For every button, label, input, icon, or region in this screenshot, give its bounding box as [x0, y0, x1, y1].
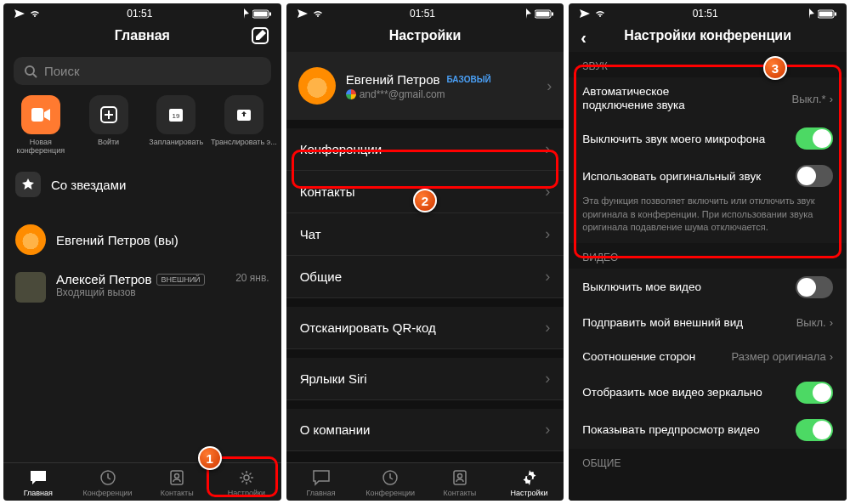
- menu-about[interactable]: О компании ›: [286, 400, 564, 451]
- settings-header: Настройки: [286, 21, 564, 52]
- search-input[interactable]: Поиск: [14, 57, 271, 85]
- toggle-video-off[interactable]: [796, 276, 833, 298]
- join-button[interactable]: Войти: [75, 95, 143, 155]
- tab-settings[interactable]: Настройки: [495, 468, 564, 497]
- avatar: [298, 67, 336, 105]
- share-icon: [235, 106, 252, 123]
- toggle-mirror[interactable]: [796, 382, 833, 404]
- tab-home[interactable]: Главная: [286, 468, 356, 497]
- back-button[interactable]: ‹: [581, 28, 586, 48]
- compose-button[interactable]: [251, 26, 269, 48]
- status-bar: 01:51: [569, 3, 847, 21]
- profile-row[interactable]: Евгений Петров БАЗОВЫЙ and***@gmail.com …: [286, 52, 564, 120]
- highlight-sound-section: [574, 65, 842, 258]
- chevron-right-icon: ›: [830, 350, 833, 363]
- plan-badge: БАЗОВЫЙ: [447, 75, 491, 84]
- share-screen-button[interactable]: Транслировать э...: [210, 95, 278, 155]
- starred-row[interactable]: Со звездами: [3, 163, 281, 206]
- menu-siri[interactable]: Ярлыки Siri ›: [286, 349, 564, 400]
- contact-row[interactable]: Алексей Петров ВНЕШНИЙ Входящий вызов 20…: [3, 263, 281, 311]
- chevron-right-icon: ›: [545, 319, 550, 337]
- meeting-settings-header: ‹ Настройки конференции: [569, 21, 847, 52]
- external-badge: ВНЕШНИЙ: [156, 274, 204, 286]
- me-row[interactable]: Евгений Петров (вы): [3, 216, 281, 263]
- setting-preview[interactable]: Показывать предпросмотр видео: [569, 411, 847, 449]
- tab-meetings[interactable]: Конференции: [73, 468, 143, 497]
- svg-point-21: [527, 475, 532, 480]
- wifi-icon: [29, 8, 41, 19]
- video-icon: [31, 108, 50, 122]
- highlight-meetings-menu: [292, 150, 559, 189]
- clock-icon: [99, 469, 116, 486]
- chevron-right-icon: ›: [545, 370, 550, 388]
- menu-general[interactable]: Общие ›: [286, 256, 564, 298]
- chevron-right-icon: ›: [830, 316, 833, 329]
- chevron-right-icon: ›: [545, 225, 550, 243]
- screen-home: 01:51 Главная Поиск Новая конференция Во…: [3, 3, 281, 501]
- toggle-preview[interactable]: [796, 419, 833, 441]
- menu-qr[interactable]: Отсканировать QR-код ›: [286, 298, 564, 349]
- menu-chat[interactable]: Чат ›: [286, 213, 564, 256]
- search-placeholder: Поиск: [44, 64, 80, 78]
- contacts-icon: [168, 469, 185, 486]
- calendar-icon: 19: [167, 106, 184, 123]
- page-title: Настройки: [389, 28, 461, 42]
- location-icon: [239, 8, 249, 19]
- svg-rect-15: [536, 11, 550, 16]
- google-icon: [346, 89, 356, 99]
- home-header: Главная: [3, 21, 281, 52]
- page-title: Настройки конференции: [624, 28, 791, 42]
- section-general: ОБЩИЕ: [569, 449, 847, 474]
- chevron-right-icon: ›: [547, 77, 552, 95]
- airplane-icon: [14, 8, 26, 19]
- marker-3: 3: [763, 56, 787, 80]
- marker-2: 2: [413, 189, 437, 212]
- avatar: [15, 272, 46, 303]
- tab-bar: Главная Конференции Контакты Настройки: [286, 462, 564, 501]
- schedule-button[interactable]: 19 Запланировать: [142, 95, 210, 155]
- svg-rect-24: [835, 12, 836, 15]
- page-title: Главная: [115, 28, 170, 42]
- battery-icon: [252, 9, 271, 19]
- svg-rect-5: [31, 108, 43, 122]
- setting-mirror[interactable]: Отобразить мое видео зеркально: [569, 374, 847, 411]
- setting-video-off[interactable]: Выключить мое видео: [569, 269, 847, 306]
- quick-actions: Новая конференция Войти 19 Запланировать…: [3, 93, 281, 163]
- setting-aspect[interactable]: Соотношение сторон Размер оригинала›: [569, 340, 847, 374]
- plus-icon: [100, 106, 117, 123]
- setting-touch-up[interactable]: Подправить мой внешний вид Выкл.›: [569, 306, 847, 340]
- chevron-right-icon: ›: [545, 268, 550, 286]
- new-meeting-button[interactable]: Новая конференция: [7, 95, 75, 155]
- tab-meetings[interactable]: Конференции: [355, 468, 425, 497]
- chevron-right-icon: ›: [545, 421, 550, 439]
- chat-icon: [29, 469, 48, 486]
- search-icon: [24, 65, 37, 78]
- svg-point-12: [175, 474, 179, 479]
- svg-rect-1: [253, 11, 267, 16]
- tab-contacts[interactable]: Контакты: [142, 468, 212, 497]
- tab-home[interactable]: Главная: [3, 468, 73, 497]
- svg-rect-2: [269, 12, 271, 15]
- svg-point-19: [457, 474, 462, 479]
- avatar: [15, 224, 46, 255]
- screen-settings: 01:51 Настройки Евгений Петров БАЗОВЫЙ a…: [286, 3, 564, 501]
- svg-point-4: [26, 66, 34, 75]
- svg-rect-16: [552, 12, 553, 15]
- tab-contacts[interactable]: Контакты: [425, 468, 495, 497]
- svg-text:19: 19: [173, 112, 180, 120]
- screen-meeting-settings: 01:51 ‹ Настройки конференции ЗВУК Автом…: [569, 3, 847, 501]
- star-icon: [15, 172, 41, 197]
- marker-1: 1: [198, 446, 222, 470]
- status-time: 01:51: [127, 8, 152, 20]
- status-bar: 01:51: [3, 3, 281, 21]
- svg-rect-23: [819, 11, 833, 16]
- status-bar: 01:51: [286, 3, 564, 21]
